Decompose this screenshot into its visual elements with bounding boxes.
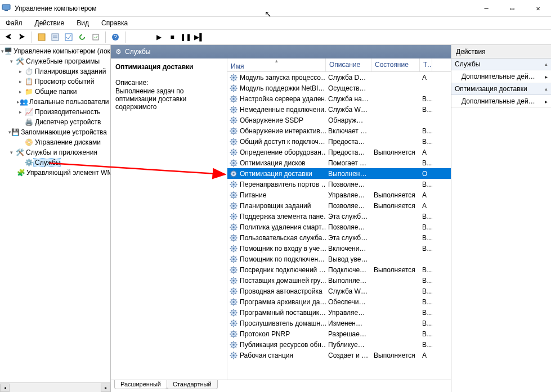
back-button[interactable]: ⮜ (2, 31, 15, 43)
gear-icon (230, 138, 238, 146)
scroll-left-button[interactable]: ◂ (0, 384, 10, 392)
service-row[interactable]: Настройка сервера удален…Служба на…Вр (227, 93, 451, 104)
service-row[interactable]: Немедленные подключени…Служба W…Вр (227, 104, 451, 115)
tree-shared-folders[interactable]: ▸📁Общие папки (0, 87, 110, 97)
svg-point-121 (232, 194, 235, 196)
service-row[interactable]: Посредник подключений …Подключе…Выполняе… (227, 264, 451, 275)
service-row[interactable]: Планировщик заданийПозволяе…ВыполняетсяА (227, 200, 451, 211)
tree-root[interactable]: ▾🖥️Управление компьютером (локал (0, 46, 110, 56)
tree-pane: ▾🖥️Управление компьютером (локал ▾🛠️Служ… (0, 45, 111, 392)
service-row[interactable]: ПитаниеУправляе…ВыполняетсяА (227, 190, 451, 200)
gear-icon (230, 148, 238, 156)
service-row[interactable]: Модуль поддержки NetBI…Осуществ… (227, 83, 451, 93)
svg-line-267 (235, 346, 236, 348)
tree-local-users[interactable]: ▸👥Локальные пользователи и (0, 97, 110, 107)
gear-icon (230, 191, 238, 199)
col-state[interactable]: Состояние (371, 58, 420, 71)
service-row[interactable]: Прослушиватель домашн…Изменен…Вр (227, 318, 451, 328)
stop-button[interactable]: ■ (166, 31, 178, 43)
service-row[interactable]: Политика удаления смарт…Позволяе…Вр (227, 222, 451, 232)
gear-icon (230, 319, 238, 327)
col-type[interactable]: Ти (420, 58, 432, 71)
tree-system-tools[interactable]: ▾🛠️Служебные программы (0, 56, 110, 66)
svg-line-248 (231, 325, 232, 326)
tree-event-viewer[interactable]: ▸📋Просмотр событий (0, 76, 110, 87)
menu-view[interactable]: Вид (74, 18, 91, 28)
fwd-button[interactable]: ⮞ (16, 31, 28, 43)
menu-file[interactable]: Файл (3, 18, 25, 28)
gear-icon (230, 255, 238, 263)
service-row[interactable]: Помощник по входу в уче…Включени…Вр (227, 243, 451, 254)
service-row[interactable]: Поддержка элемента пане…Эта служб…Вр (227, 211, 451, 222)
tb-icon1[interactable] (35, 31, 48, 43)
svg-line-47 (235, 111, 236, 112)
service-row[interactable]: Протокол PNRPРазрешае…Вр (227, 328, 451, 339)
svg-line-67 (235, 133, 236, 134)
minimize-button[interactable]: — (473, 0, 499, 17)
service-row[interactable]: Оптимизация дисковПомогает …Вр (227, 157, 451, 168)
menu-action[interactable]: Действие (33, 18, 67, 28)
tb-export[interactable] (89, 31, 102, 43)
restart-button[interactable]: ▶▌ (193, 31, 205, 43)
tb-help[interactable]: ? (109, 31, 122, 43)
pause-button[interactable]: ❚❚ (180, 31, 192, 43)
service-row[interactable]: Обнаружение SSDPОбнаруж… (227, 115, 451, 125)
list-header: Имя Описание Состояние Ти (227, 58, 451, 72)
tree-svc-apps[interactable]: ▾🛠️Службы и приложения (0, 147, 110, 157)
maximize-button[interactable]: ▭ (499, 0, 525, 17)
svg-line-236 (231, 310, 232, 311)
svg-line-176 (231, 246, 232, 247)
svg-line-139 (235, 203, 236, 204)
svg-point-131 (232, 205, 235, 207)
actions-group-delivery[interactable]: Оптимизация доставки▴ (451, 83, 551, 95)
gear-icon (230, 95, 238, 103)
svg-line-238 (231, 314, 232, 316)
tree-services[interactable]: ⚙️Службы (0, 157, 110, 168)
tree-device-manager[interactable]: 🖨️Диспетчер устройств (0, 117, 110, 127)
gear-icon (230, 352, 238, 359)
col-desc[interactable]: Описание (326, 58, 371, 71)
close-button[interactable]: ✕ (525, 0, 551, 17)
actions-more-delivery[interactable]: Дополнительные дей…▸ (451, 95, 551, 108)
svg-point-51 (232, 119, 235, 121)
tb-icon2[interactable] (49, 31, 61, 43)
service-row[interactable]: Оптимизация доставкиВыполнен…О (227, 168, 451, 179)
tree-task-scheduler[interactable]: ▸⏱️Планировщик заданий (0, 66, 110, 76)
svg-line-128 (231, 197, 232, 198)
tree-horizontal-scrollbar[interactable]: ◂ ▸ (0, 382, 110, 392)
scroll-right-button[interactable]: ▸ (101, 384, 110, 392)
service-row[interactable]: Обнаружение интерактив…Включает …Вр (227, 125, 451, 136)
service-row[interactable]: Программа архивации да…Обеспечи…Вр (227, 296, 451, 307)
tab-standard[interactable]: Стандартный (167, 380, 218, 389)
menu-help[interactable]: Справка (99, 18, 130, 28)
tree-performance[interactable]: ▸📈Производительность (0, 107, 110, 117)
tb-icon3[interactable] (62, 31, 75, 43)
service-row[interactable]: Публикация ресурсов обн…Публикуе…Вр (227, 339, 451, 350)
tool-bar: ⮜ ⮞ ? ▶ ■ ❚❚ ▶▌ (0, 29, 551, 45)
service-row[interactable]: Модуль запуска процессо…Служба D…А (227, 72, 451, 83)
play-button[interactable]: ▶ (153, 31, 165, 43)
service-row[interactable]: Проводная автонастройкаСлужба W…Вр (227, 286, 451, 296)
service-row[interactable]: Определение оборудован…Предоста…Выполняе… (227, 147, 451, 157)
service-row[interactable]: Перенаправитель портов …Позволяе…Вр (227, 179, 451, 190)
service-row[interactable]: Рабочая станцияСоздает и …ВыполняетсяА (227, 350, 451, 361)
col-name[interactable]: Имя (227, 58, 326, 71)
svg-line-187 (235, 261, 236, 262)
service-row[interactable]: Программный поставщик…Управляе…Вр (227, 307, 451, 318)
tree-storage[interactable]: ▾💾Запоминающие устройства (0, 127, 110, 137)
tree-disk-mgmt[interactable]: 📀Управление дисками (0, 137, 110, 147)
svg-line-198 (231, 272, 232, 273)
svg-line-257 (235, 336, 236, 337)
service-row[interactable]: Общий доступ к подключ…Предоста…Вр (227, 136, 451, 147)
service-row[interactable]: Поставщик домашней гру…Выполняе…Вр (227, 275, 451, 286)
tree-wmi[interactable]: 🧩Управляющий элемент WM (0, 168, 110, 178)
svg-line-36 (231, 96, 232, 97)
tab-extended[interactable]: Расширенный (114, 380, 167, 389)
actions-group-services[interactable]: Службы▴ (451, 58, 551, 70)
tb-refresh[interactable] (76, 31, 88, 43)
svg-point-171 (232, 247, 235, 250)
service-row[interactable]: Помощник по подключен…Вывод уве… (227, 254, 451, 264)
service-row[interactable]: Пользовательская служба…Эта служб…Вр (227, 232, 451, 243)
actions-more-services[interactable]: Дополнительные дей…▸ (451, 70, 551, 83)
gear-icon (230, 223, 238, 231)
